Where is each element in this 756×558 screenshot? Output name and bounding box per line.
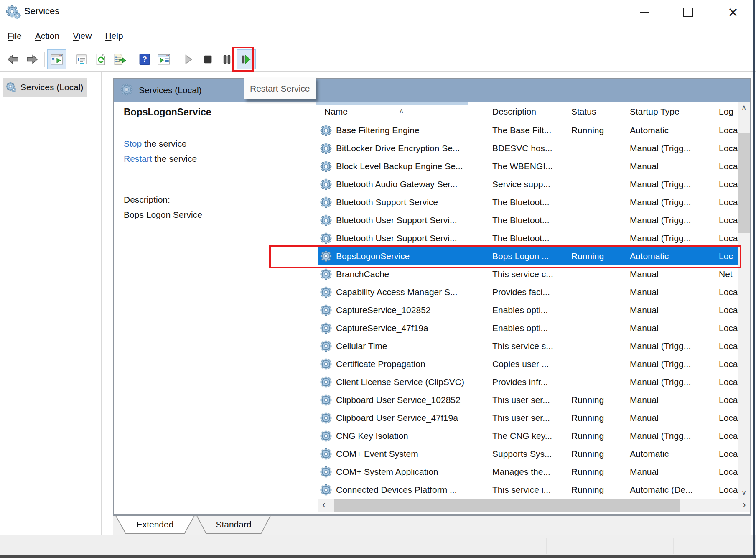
sort-ascending-icon: ∧ — [399, 102, 404, 120]
service-row[interactable]: CaptureService_102852 Enables opti... Ma… — [318, 301, 738, 319]
show-console-tree-button[interactable] — [47, 49, 66, 69]
start-service-button[interactable] — [179, 49, 198, 69]
service-row[interactable]: Block Level Backup Engine Se... The WBEN… — [318, 157, 738, 175]
service-log-on-as: Loca — [710, 139, 738, 157]
service-status — [566, 265, 626, 283]
service-row[interactable]: Bluetooth Support Service The Bluetoot..… — [318, 193, 738, 211]
service-status: Running — [566, 463, 626, 481]
service-row[interactable]: CNG Key Isolation The CNG key... Running… — [318, 427, 738, 445]
service-status — [566, 157, 626, 175]
vertical-scrollbar-thumb[interactable] — [738, 133, 750, 233]
service-startup-type: Manual (Trigg... — [626, 175, 710, 193]
service-action-link[interactable]: Stop — [124, 139, 142, 148]
service-description: Enables opti... — [486, 301, 566, 319]
service-status: Running — [566, 247, 626, 265]
service-row[interactable]: Connected Devices Platform ... This serv… — [318, 481, 738, 499]
help-button[interactable]: ? — [135, 49, 154, 69]
restart-service-button[interactable] — [237, 49, 256, 69]
service-name: COM+ System Application — [336, 463, 438, 481]
service-description: This user ser... — [486, 409, 566, 427]
service-log-on-as: Loca — [710, 211, 738, 229]
service-name: BopsLogonService — [336, 247, 410, 265]
services-gears-icon — [6, 82, 17, 93]
service-gear-icon — [320, 196, 333, 209]
service-log-on-as: Loca — [710, 157, 738, 175]
service-row[interactable]: Base Filtering Engine The Base Filt... R… — [318, 121, 738, 139]
service-row[interactable]: Clipboard User Service_102852 This user … — [318, 391, 738, 409]
service-row[interactable]: BitLocker Drive Encryption Se... BDESVC … — [318, 139, 738, 157]
column-header-startup-type[interactable]: Startup Type — [626, 102, 710, 121]
service-log-on-as: Loca — [710, 427, 738, 445]
service-row[interactable]: BranchCache This service c... Manual Net — [318, 265, 738, 283]
service-row[interactable]: COM+ Event System Supports Sys... Runnin… — [318, 445, 738, 463]
service-description: The Base Filt... — [486, 121, 566, 139]
column-header-log[interactable]: Log — [710, 102, 738, 121]
restart-service-tooltip: Restart Service — [244, 78, 316, 99]
console-tree-pane: Services (Local) — [0, 72, 102, 535]
service-description: This service s... — [486, 337, 566, 355]
service-status — [566, 175, 626, 193]
service-row[interactable]: CaptureService_47f19a Enables opti... Ma… — [318, 319, 738, 337]
service-startup-type: Manual — [626, 265, 710, 283]
column-header-description[interactable]: Description — [486, 102, 566, 121]
status-bar — [0, 535, 756, 555]
service-row[interactable]: Clipboard User Service_47f19a This user … — [318, 409, 738, 427]
service-row[interactable]: Capability Access Manager S... Provides … — [318, 283, 738, 301]
tab-extended[interactable]: Extended — [115, 516, 195, 534]
horizontal-scrollbar[interactable]: ‹ › — [318, 499, 750, 512]
service-status — [566, 355, 626, 373]
service-row[interactable]: Client License Service (ClipSVC) Provide… — [318, 373, 738, 391]
menu-view[interactable]: View — [66, 31, 98, 41]
service-row[interactable]: Cellular Time This service s... Manual (… — [318, 337, 738, 355]
export-list-button[interactable] — [110, 49, 130, 69]
maximize-button[interactable] — [676, 0, 700, 24]
scroll-right-icon[interactable]: › — [739, 499, 750, 512]
properties-button[interactable] — [72, 49, 91, 69]
column-header-name[interactable]: Name∧ — [318, 102, 486, 121]
result-pane: Services (Local) BopsLogonService Stop t… — [113, 78, 751, 515]
show-extended-view-button[interactable] — [154, 49, 173, 69]
toolbar-separator — [176, 52, 176, 67]
status-bar-divider — [673, 538, 674, 554]
service-row[interactable]: Bluetooth Audio Gateway Ser... Service s… — [318, 175, 738, 193]
close-button[interactable]: × — [721, 0, 745, 24]
service-description: Bops Logon ... — [486, 247, 566, 265]
menu-file[interactable]: File — [1, 31, 28, 41]
stop-service-button[interactable] — [198, 49, 217, 69]
service-log-on-as: Loca — [710, 355, 738, 373]
service-action-link[interactable]: Restart — [124, 154, 152, 163]
service-row[interactable]: Certificate Propagation Copies user ... … — [318, 355, 738, 373]
service-startup-type: Manual — [626, 301, 710, 319]
service-log-on-as: Loca — [710, 481, 738, 499]
stop-service-icon — [203, 55, 212, 64]
minimize-button[interactable] — [633, 0, 656, 24]
vertical-scrollbar[interactable]: ∧ ∨ — [738, 102, 750, 499]
service-description: The Bluetoot... — [486, 193, 566, 211]
tree-item-services-local[interactable]: Services (Local) — [3, 78, 87, 97]
view-tabstrip: ExtendedStandard — [113, 515, 751, 535]
service-startup-type: Automatic — [626, 247, 710, 265]
forward-button[interactable] — [23, 49, 42, 69]
back-button[interactable] — [3, 49, 23, 69]
menu-action[interactable]: Action — [28, 31, 66, 41]
service-row[interactable]: BopsLogonService Bops Logon ... Running … — [318, 247, 738, 265]
pause-service-button[interactable] — [217, 49, 237, 69]
service-status: Running — [566, 481, 626, 499]
scroll-down-icon[interactable]: ∨ — [738, 487, 750, 499]
horizontal-scrollbar-thumb[interactable] — [334, 499, 680, 512]
menu-help[interactable]: Help — [98, 31, 130, 41]
service-description: The CNG key... — [486, 427, 566, 445]
service-row[interactable]: Bluetooth User Support Servi... The Blue… — [318, 211, 738, 229]
service-gear-icon — [320, 430, 333, 442]
service-description: Copies user ... — [486, 355, 566, 373]
service-gear-icon — [320, 412, 333, 424]
scroll-left-icon[interactable]: ‹ — [318, 499, 329, 512]
refresh-button[interactable] — [91, 49, 110, 69]
column-header-status[interactable]: Status — [566, 102, 626, 121]
tab-standard[interactable]: Standard — [196, 516, 271, 534]
service-row[interactable]: Bluetooth User Support Servi... The Blue… — [318, 229, 738, 247]
scroll-up-icon[interactable]: ∧ — [738, 102, 750, 113]
service-row[interactable]: COM+ System Application Manages the... R… — [318, 463, 738, 481]
service-status — [566, 283, 626, 301]
service-name: Capability Access Manager S... — [336, 283, 458, 301]
